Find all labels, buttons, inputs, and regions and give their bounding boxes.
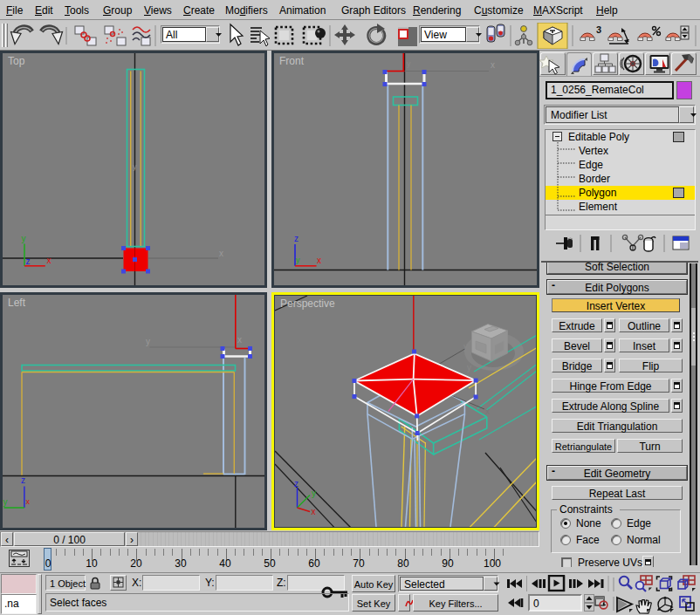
- svg-text:z: z: [26, 256, 31, 266]
- svg-text:x: x: [219, 249, 223, 258]
- svg-text:y: y: [312, 489, 316, 498]
- svg-text:x: x: [312, 507, 316, 516]
- svg-text:x: x: [47, 256, 51, 265]
- svg-text:y: y: [467, 363, 471, 372]
- svg-text:y: y: [133, 162, 137, 171]
- svg-text:x: x: [317, 256, 321, 265]
- svg-text:y: y: [407, 59, 411, 68]
- svg-text:x: x: [485, 407, 490, 416]
- svg-text:y: y: [296, 256, 300, 264]
- svg-text:x: x: [491, 60, 495, 70]
- svg-text:z: z: [294, 234, 299, 243]
- svg-text:z: z: [21, 475, 25, 485]
- svg-text:y: y: [146, 337, 150, 346]
- svg-text:y: y: [3, 497, 8, 507]
- svg-text:z: z: [294, 479, 299, 489]
- svg-text:3: 3: [596, 24, 601, 35]
- svg-text:y: y: [463, 342, 468, 352]
- svg-text:y: y: [22, 234, 26, 243]
- svg-text:x: x: [237, 335, 242, 345]
- svg-text:x: x: [26, 497, 31, 506]
